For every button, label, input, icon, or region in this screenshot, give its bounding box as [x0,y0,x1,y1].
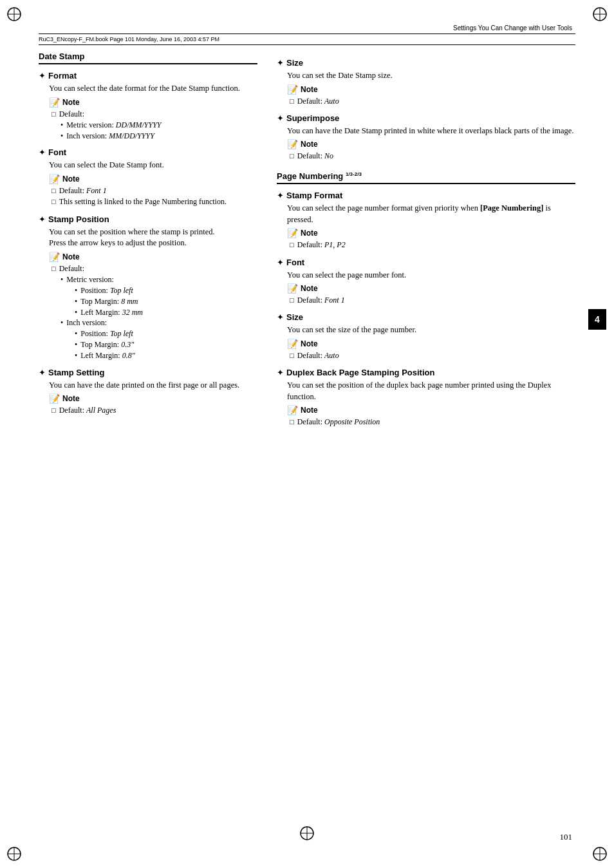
note-heading: 📝 Note [49,393,257,404]
note-sp-default-text: Default: [59,263,84,274]
item-stamp-format-title: Stamp Format [286,191,342,200]
item-size-note: 📝 Note □ Default: Auto [287,84,575,107]
diamond-icon: ✦ [277,312,284,323]
note-superimpose-default-text: Default: No [297,151,333,162]
note-duplex-default-text: Default: Opposite Position [297,417,380,428]
sub-bullet-inch: • Inch version: MM/DD/YYYY [60,131,257,142]
note-sp-default: □ Default: [51,263,257,274]
item-pn-font-heading: ✦ Font [277,258,575,268]
checkbox-icon: □ [290,417,294,428]
diamond-icon: ✦ [39,71,46,81]
note-heading: 📝 Note [287,139,575,149]
note-ss-default-text: Default: All Pages [59,405,116,416]
note-pnsize-default: □ Default: Auto [290,350,575,361]
item-format-title: Format [48,71,77,80]
note-icon: 📝 [49,97,60,108]
item-stamp-position-body: You can set the position where the stamp… [49,227,257,249]
item-font-note: 📝 Note □ Default: Font 1 □ This setting … [49,174,257,208]
note-icon: 📝 [287,84,298,95]
header-title: Settings You Can Change with User Tools [453,24,572,32]
note-sf-default: □ Default: P1, P2 [290,240,575,250]
item-stamp-format-note: 📝 Note □ Default: P1, P2 [287,228,575,250]
note-label: Note [62,175,80,184]
checkbox-icon: □ [290,151,294,162]
item-pn-font-body: You can select the page number font. [287,270,575,281]
bottom-crosshair [298,824,316,845]
metric-pos-text: Position: Top left [80,285,133,296]
item-pn-size-body: You can set the size of the page number. [287,325,575,336]
section-date-stamp-header: Date Stamp [39,52,257,64]
note-heading: 📝 Note [287,228,575,238]
corner-mark-tl [5,5,23,23]
item-superimpose-title: Superimpose [286,113,339,123]
checkbox-icon: □ [51,264,56,274]
inch-sub-sub: • Position: Top left • Top Margin: 0.3″ … [75,328,257,361]
checkbox-icon: □ [51,186,56,196]
left-column: Date Stamp ✦ Format You can select the d… [39,52,257,432]
header-bar: RuC3_ENcopy-F_FM.book Page 101 Monday, J… [39,33,575,45]
inch-top-margin: • Top Margin: 0.3″ [75,339,257,350]
metric-left-margin-text: Left Margin: 32 mm [80,307,143,318]
note-default-text: Default: [59,109,84,120]
note-icon: 📝 [287,339,298,349]
item-duplex-heading: ✦ Duplex Back Page Stamping Position [277,368,575,378]
metric-top-margin: • Top Margin: 8 mm [75,296,257,307]
metric-text: Metric version: DD/MM/YYYY [66,120,161,131]
diamond-icon: ✦ [39,214,46,225]
corner-mark-bl [5,845,23,863]
item-pn-size-title: Size [286,312,303,322]
note-heading: 📝 Note [49,97,257,108]
note-heading: 📝 Note [287,339,575,349]
item-stamp-setting-body: You can have the date printed on the fir… [49,380,257,392]
note-heading: 📝 Note [287,283,575,294]
item-pn-font-title: Font [286,258,304,267]
checkbox-icon: □ [51,197,56,207]
note-icon: 📝 [49,393,60,404]
checkbox-icon: □ [51,406,56,416]
diamond-icon: ✦ [39,147,46,158]
note-sf-default-text: Default: P1, P2 [297,240,346,250]
item-stamp-setting-heading: ✦ Stamp Setting [39,368,257,378]
item-duplex-title: Duplex Back Page Stamping Position [286,368,434,377]
item-font-heading: ✦ Font [39,147,257,158]
checkbox-icon: □ [290,296,294,306]
item-stamp-setting-note: 📝 Note □ Default: All Pages [49,393,257,416]
item-pn-size-heading: ✦ Size [277,312,575,323]
item-stamp-format-heading: ✦ Stamp Format [277,191,575,201]
item-stamp-position-heading: ✦ Stamp Position [39,214,257,225]
sub-bullet-metric2: • Metric version: [60,274,257,285]
corner-mark-br [591,845,609,863]
note-linked: □ This setting is linked to the Page Num… [51,196,257,207]
metric-top-margin-text: Top Margin: 8 mm [80,296,138,307]
metric2-text: Metric version: [66,274,114,285]
diamond-icon: ✦ [277,191,284,201]
note-heading: 📝 Note [49,174,257,184]
sp-sub-bullets: • Metric version: • Position: Top left •… [60,274,257,361]
note-ss-default: □ Default: All Pages [51,405,257,416]
diamond-icon: ✦ [277,258,284,268]
item-duplex-note: 📝 Note □ Default: Opposite Position [287,405,575,428]
note-linked-text: This setting is linked to the Page Numbe… [59,196,227,207]
section-superscript: 1/3-2/3 [346,171,362,177]
item-size-heading: ✦ Size [277,58,575,68]
note-icon: 📝 [287,283,298,294]
note-heading: 📝 Note [287,84,575,95]
note-default-line: □ Default: [51,109,257,120]
item-superimpose-note: 📝 Note □ Default: No [287,139,575,162]
inch-pos-text: Position: Top left [80,328,133,339]
item-superimpose-heading: ✦ Superimpose [277,113,575,124]
note-label: Note [62,252,80,261]
checkbox-icon: □ [51,109,56,120]
note-icon: 📝 [287,405,298,415]
inch-left-margin: • Left Margin: 0.8″ [75,350,257,361]
note-icon: 📝 [287,139,298,149]
side-tab: 4 [588,309,606,330]
metric-pos: • Position: Top left [75,285,257,296]
inch-pos: • Position: Top left [75,328,257,339]
item-format-body: You can select the date format for the D… [49,83,257,95]
checkbox-icon: □ [290,351,294,361]
note-pnsize-default-text: Default: Auto [297,350,339,361]
note-label: Note [301,85,318,94]
item-font-body: You can select the Date Stamp font. [49,160,257,171]
diamond-icon: ✦ [39,368,46,378]
